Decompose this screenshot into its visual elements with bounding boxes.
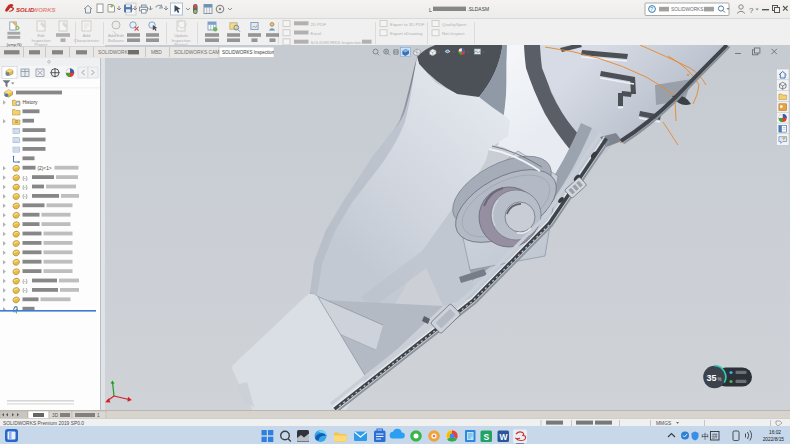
svg-text:1: 1	[97, 412, 100, 417]
svg-text:(-): (-)	[23, 194, 28, 199]
svg-text:?: ?	[650, 6, 653, 12]
svg-text:拼: 拼	[712, 433, 718, 439]
svg-text:History: History	[23, 100, 39, 105]
svg-text:(-): (-)	[23, 185, 28, 190]
svg-text:%: %	[718, 377, 722, 382]
svg-text:W: W	[500, 431, 509, 441]
svg-text:(-): (-)	[23, 279, 28, 284]
svg-text:Excel: Excel	[311, 31, 322, 36]
svg-text:?: ?	[749, 6, 754, 15]
svg-text:SOLIDWORKS CAM: SOLIDWORKS CAM	[174, 50, 219, 55]
svg-text:WORKS: WORKS	[33, 7, 56, 13]
svg-text:(-): (-)	[23, 175, 28, 180]
svg-text:SOLIDWORKS Inspection: SOLIDWORKS Inspection	[222, 50, 274, 55]
svg-text:MBD: MBD	[151, 50, 162, 55]
svg-text:Characteristic: Characteristic	[74, 38, 100, 43]
svg-text:中: 中	[702, 432, 710, 441]
svg-text:SOLIDWORKS: SOLIDWORKS	[98, 50, 132, 55]
svg-text:QualityXpert: QualityXpert	[442, 22, 467, 27]
svg-text:2022/8/15: 2022/8/15	[763, 437, 785, 442]
svg-text:(-): (-)	[23, 288, 28, 293]
svg-text:MMGS: MMGS	[656, 420, 672, 425]
svg-text:16:02: 16:02	[769, 430, 781, 435]
svg-text:SOLIDWORKS: SOLIDWORKS	[671, 7, 704, 12]
svg-text:Export eDrawing: Export eDrawing	[390, 31, 423, 36]
svg-text:S: S	[484, 431, 490, 441]
svg-text:SOLIDWORKS Premium 2019 SP0.0: SOLIDWORKS Premium 2019 SP0.0	[3, 420, 84, 425]
svg-text:Export to 3D PDF: Export to 3D PDF	[390, 22, 425, 27]
svg-text:Net-Inspect: Net-Inspect	[442, 31, 465, 36]
svg-text:L: L	[429, 7, 432, 13]
svg-text:3D: 3D	[52, 412, 59, 417]
svg-text:.SLDASM: .SLDASM	[468, 7, 489, 12]
svg-text:35: 35	[707, 373, 717, 383]
svg-text:2D PDF: 2D PDF	[311, 22, 327, 27]
svg-text:(2)<1>: (2)<1>	[38, 166, 52, 171]
svg-text:Balloons: Balloons	[108, 38, 124, 43]
